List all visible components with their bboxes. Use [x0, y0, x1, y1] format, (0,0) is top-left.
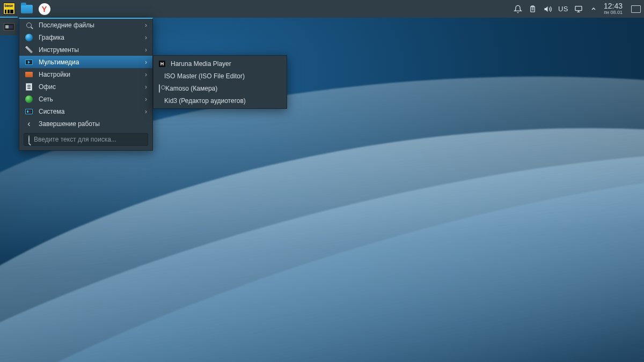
system-icon	[25, 107, 33, 116]
menu-item-label: Завершение работы	[39, 120, 147, 128]
menu-item-label: Мультимедиа	[39, 58, 140, 66]
display-icon[interactable]	[574, 4, 583, 14]
menu-item-network[interactable]: Сеть ›	[19, 93, 152, 105]
launcher-yandex-browser[interactable]: Y	[35, 0, 53, 18]
basealt-icon: base	[3, 3, 15, 14]
submenu-item-label: ISO Master (ISO File Editor)	[164, 72, 245, 80]
menu-item-label: Сеть	[39, 95, 140, 103]
submenu-item-kid3[interactable]: Kid3 (Редактор аудиотегов)	[153, 94, 287, 107]
clock[interactable]: 12:43 пн 08.01	[604, 2, 623, 15]
menu-item-label: Инструменты	[39, 46, 140, 54]
menu-item-label: Система	[39, 108, 140, 115]
chevron-right-icon: ›	[145, 108, 147, 115]
submenu-item-haruna[interactable]: H Haruna Media Player	[153, 57, 287, 70]
chevron-right-icon: ›	[145, 95, 147, 103]
globe-icon	[25, 95, 33, 104]
volume-icon[interactable]	[543, 4, 553, 14]
chevron-right-icon: ›	[145, 58, 147, 66]
chevron-right-icon: ›	[145, 71, 147, 78]
submenu-item-label: Kamoso (Камера)	[165, 85, 217, 92]
settings-icon	[25, 70, 33, 79]
system-tray: US 12:43 пн 08.01	[513, 2, 644, 15]
clipboard-icon[interactable]	[528, 4, 538, 14]
menu-search-input[interactable]	[34, 136, 143, 143]
svg-rect-2	[575, 6, 582, 10]
tray-expand-icon[interactable]	[589, 4, 598, 14]
search-icon	[28, 136, 30, 143]
clock-date: пн 08.01	[604, 10, 623, 15]
camera-icon	[159, 85, 160, 92]
media-icon	[25, 58, 33, 67]
multimedia-submenu: H Haruna Media Player ISO Master (ISO Fi…	[153, 55, 287, 109]
chevron-right-icon: ›	[145, 46, 147, 54]
back-icon: ‹	[25, 120, 33, 128]
menu-item-graphics[interactable]: Графика ›	[19, 31, 152, 43]
taskbar-launchers: base Y	[0, 0, 53, 18]
taskbar: base Y US 12:43 пн 08.01	[0, 0, 644, 18]
show-desktop-button[interactable]	[631, 5, 641, 13]
yandex-icon: Y	[39, 3, 50, 15]
submenu-item-isomaster[interactable]: ISO Master (ISO File Editor)	[153, 70, 287, 82]
submenu-item-label: Haruna Media Player	[171, 60, 231, 68]
taskbar-entry-active-window[interactable]	[0, 18, 18, 35]
chevron-right-icon: ›	[145, 34, 147, 41]
menu-item-label: Настройки	[39, 71, 140, 78]
menu-search[interactable]	[24, 133, 148, 146]
menu-item-multimedia[interactable]: Мультимедиа ›	[19, 56, 152, 68]
menu-item-label: Офис	[39, 83, 140, 91]
submenu-item-kamoso[interactable]: Kamoso (Камера)	[153, 82, 287, 94]
wrench-icon	[25, 46, 33, 54]
application-menu: Последние файлы › Графика › Инструменты …	[19, 18, 153, 151]
menu-item-label: Последние файлы	[39, 21, 140, 29]
haruna-icon: H	[159, 61, 165, 67]
launcher-appmenu[interactable]: base	[0, 0, 18, 18]
menu-item-settings[interactable]: Настройки ›	[19, 68, 152, 80]
chevron-right-icon: ›	[145, 21, 147, 29]
notifications-icon[interactable]	[513, 4, 523, 14]
graphics-icon	[25, 33, 33, 42]
window-icon	[4, 23, 14, 31]
keyboard-layout[interactable]: US	[558, 5, 568, 13]
search-icon	[25, 21, 33, 29]
folder-icon	[21, 5, 33, 13]
menu-item-label: Графика	[39, 34, 140, 41]
menu-item-recent-files[interactable]: Последние файлы ›	[19, 19, 152, 31]
clock-time: 12:43	[604, 2, 623, 10]
menu-item-leave[interactable]: ‹ Завершение работы	[19, 117, 152, 130]
menu-item-office[interactable]: Офис ›	[19, 80, 152, 93]
menu-item-tools[interactable]: Инструменты ›	[19, 43, 152, 56]
chevron-right-icon: ›	[145, 83, 147, 91]
office-icon	[25, 83, 33, 91]
submenu-item-label: Kid3 (Редактор аудиотегов)	[164, 97, 246, 105]
launcher-file-manager[interactable]	[18, 0, 35, 18]
menu-item-system[interactable]: Система ›	[19, 105, 152, 117]
